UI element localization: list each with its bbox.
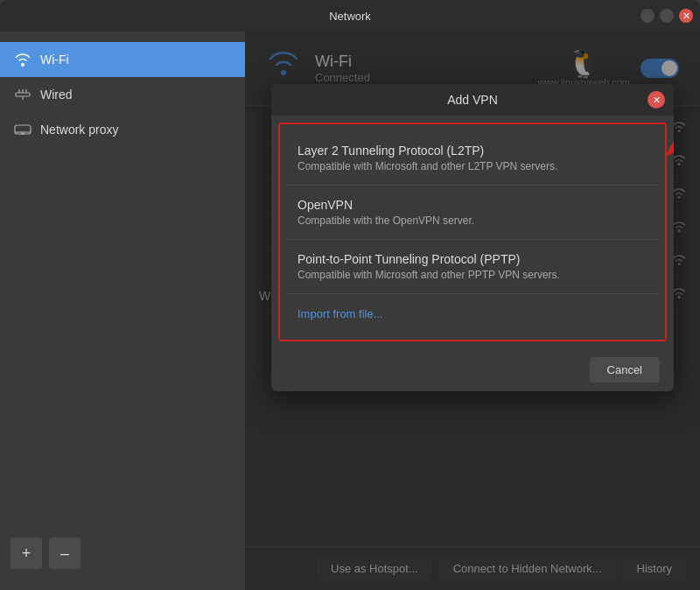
sidebar-proxy-label: Network proxy (40, 123, 118, 137)
vpn-option-l2tp[interactable]: Layer 2 Tunneling Protocol (L2TP) Compat… (287, 131, 658, 186)
proxy-icon (14, 121, 32, 138)
minimize-button[interactable]: – (640, 9, 654, 23)
arrow-annotation (651, 123, 674, 166)
vpn-l2tp-desc: Compatible with Microsoft and other L2TP… (298, 160, 648, 172)
l2tp-option-container: Layer 2 Tunneling Protocol (L2TP) Compat… (287, 131, 658, 186)
vpn-option-openvpn[interactable]: OpenVPN Compatible with the OpenVPN serv… (287, 186, 658, 240)
wired-icon (14, 86, 32, 103)
add-vpn-dialog: Add VPN ✕ Layer 2 Tunneling Protocol (L2… (271, 84, 674, 391)
window-title: Network (329, 10, 371, 23)
dialog-titlebar: Add VPN ✕ (271, 84, 674, 116)
sidebar: Wi-Fi Wired (0, 32, 245, 590)
vpn-import-label: Import from file... (298, 307, 383, 320)
vpn-l2tp-title: Layer 2 Tunneling Protocol (L2TP) (298, 144, 648, 158)
vpn-openvpn-title: OpenVPN (298, 198, 648, 212)
dialog-title: Add VPN (447, 93, 498, 107)
vpn-openvpn-desc: Compatible with the OpenVPN server. (298, 214, 648, 227)
app-window: Network – ⤢ ✕ Wi-Fi (0, 0, 700, 590)
svg-rect-0 (16, 93, 30, 96)
dialog-close-button[interactable]: ✕ (648, 91, 665, 109)
titlebar: Network – ⤢ ✕ (0, 0, 700, 32)
vpn-pptp-title: Point-to-Point Tunneling Protocol (PPTP) (298, 252, 648, 266)
content-area: Wi-Fi Connected 🐧 www.linuxnaweb.com 🔒 (245, 32, 700, 590)
sidebar-wifi-label: Wi-Fi (40, 53, 69, 67)
dialog-body: Layer 2 Tunneling Protocol (L2TP) Compat… (278, 123, 667, 341)
sidebar-item-wired[interactable]: Wired (0, 77, 245, 112)
vpn-pptp-desc: Compatible with Microsoft and other PPTP… (298, 269, 648, 281)
main-content: Wi-Fi Wired (0, 32, 700, 590)
maximize-button[interactable]: ⤢ (660, 9, 674, 23)
vpn-option-pptp[interactable]: Point-to-Point Tunneling Protocol (PPTP)… (287, 240, 658, 294)
cancel-button[interactable]: Cancel (590, 357, 660, 383)
dialog-overlay: Add VPN ✕ Layer 2 Tunneling Protocol (L2… (245, 32, 700, 590)
dialog-footer: Cancel (271, 348, 674, 391)
add-network-button[interactable]: + (10, 537, 42, 569)
remove-network-button[interactable]: – (49, 537, 80, 569)
wifi-icon (14, 51, 32, 68)
sidebar-bottom: + – (0, 527, 245, 579)
sidebar-item-network-proxy[interactable]: Network proxy (0, 112, 245, 147)
sidebar-item-wifi[interactable]: Wi-Fi (0, 42, 245, 77)
vpn-import-file[interactable]: Import from file... (287, 294, 658, 333)
sidebar-wired-label: Wired (40, 88, 73, 102)
close-button[interactable]: ✕ (679, 9, 693, 23)
window-controls: – ⤢ ✕ (640, 9, 693, 23)
